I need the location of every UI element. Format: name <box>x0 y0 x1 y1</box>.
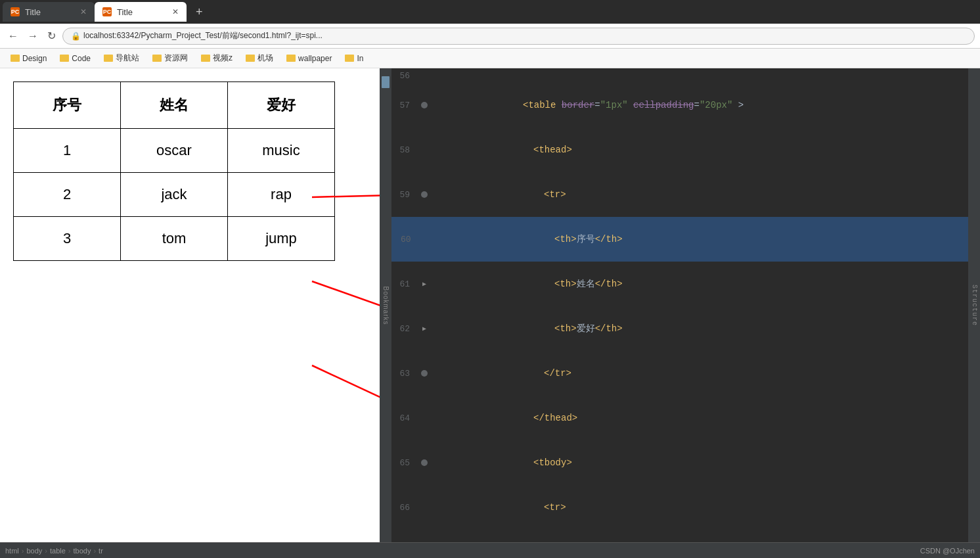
folder-icon <box>201 55 210 62</box>
demo-table: 序号 姓名 爱好 1 oscar music 2 jack rap 3 <box>13 81 335 261</box>
bookmark-video[interactable]: 视频z <box>196 51 238 65</box>
gutter <box>418 370 431 377</box>
code-line-57: 57 <table border="1px" cellpadding="20px… <box>391 83 980 128</box>
line-content: </tr> <box>431 352 980 395</box>
path-sep-1: › <box>22 547 24 555</box>
sidebar-strip: Bookmarks <box>380 68 391 542</box>
cell-1-hobby: music <box>228 129 335 173</box>
main-area: 序号 姓名 爱好 1 oscar music 2 jack rap 3 <box>0 68 980 542</box>
line-content: <td>1</td> <box>431 530 980 542</box>
line-number: 59 <box>391 190 418 200</box>
code-line-66: 66 <tr> <box>391 485 980 530</box>
address-bar[interactable]: 🔒 localhost:63342/Pycharm_Project_Test/前… <box>62 28 975 45</box>
tab-2[interactable]: PC Title ✕ <box>95 2 187 22</box>
folder-icon <box>152 55 162 62</box>
structure-label: Structure <box>971 285 978 326</box>
forward-button[interactable]: → <box>25 29 41 43</box>
new-tab-button[interactable]: + <box>192 5 207 19</box>
status-path: html › body › table › tbody › tr <box>5 547 103 555</box>
line-number: 65 <box>391 458 418 468</box>
cell-2-hobby: rap <box>228 173 335 217</box>
bookmark-res[interactable]: 资源网 <box>147 51 193 65</box>
bookmark-label: In <box>357 54 363 63</box>
cell-2-name: jack <box>121 173 228 217</box>
bookmark-airport[interactable]: 机场 <box>240 51 278 65</box>
status-right: CSDN @OJchen <box>920 547 975 555</box>
header-cell-name: 姓名 <box>121 82 228 129</box>
table-row: 1 oscar music <box>14 129 335 173</box>
bookmark-label: Code <box>72 54 91 63</box>
tab-icon-1: PC <box>11 7 20 16</box>
lock-icon: 🔒 <box>71 32 81 41</box>
header-cell-hobby: 爱好 <box>228 82 335 129</box>
code-line-65: 65 <tbody> <box>391 440 980 485</box>
reload-button[interactable]: ↻ <box>45 28 58 43</box>
address-bar-row: ← → ↻ 🔒 localhost:63342/Pycharm_Project_… <box>0 24 980 49</box>
cell-2-num: 2 <box>14 173 121 217</box>
table-body: 1 oscar music 2 jack rap 3 tom jump <box>14 129 335 261</box>
cell-1-num: 1 <box>14 129 121 173</box>
code-lines: 56 57 <table border="1px" cellpadding="2… <box>391 68 980 542</box>
code-line-64: 64 </thead> <box>391 396 980 440</box>
gutter-dot <box>421 102 428 108</box>
tab-1[interactable]: PC Title ✕ <box>3 2 95 22</box>
gutter-dot <box>421 459 428 466</box>
table-head: 序号 姓名 爱好 <box>14 82 335 129</box>
gutter: ▶ <box>418 325 431 333</box>
path-tr: tr <box>99 547 103 555</box>
path-body: body <box>26 547 42 555</box>
line-number: 56 <box>391 71 418 81</box>
path-sep-2: › <box>45 547 47 555</box>
line-content: <tr> <box>431 173 980 216</box>
code-line-67: 67 <td>1</td> <box>391 530 980 542</box>
line-content: <th>爱好</th> <box>431 307 980 350</box>
cell-3-num: 3 <box>14 217 121 261</box>
back-button[interactable]: ← <box>5 29 21 43</box>
line-number: 63 <box>391 369 418 379</box>
bookmark-code[interactable]: Code <box>55 53 96 64</box>
path-sep-4: › <box>93 547 96 555</box>
line-content: <tr> <box>431 486 980 529</box>
code-line-62: 62 ▶ <th>爱好</th> <box>391 306 980 351</box>
header-cell-num: 序号 <box>14 82 121 129</box>
cell-3-hobby: jump <box>228 217 335 261</box>
gutter <box>418 191 431 198</box>
bookmarks-label: Bookmarks <box>382 286 390 325</box>
line-content: <th>姓名</th> <box>431 262 980 306</box>
code-editor[interactable]: 56 57 <table border="1px" cellpadding="2… <box>391 68 980 542</box>
line-content: <tbody> <box>431 441 980 484</box>
status-bar: html › body › table › tbody › tr CSDN @O… <box>0 542 980 558</box>
line-number: 64 <box>391 413 418 423</box>
url-text: localhost:63342/Pycharm_Project_Test/前端/… <box>83 30 323 41</box>
cell-3-name: tom <box>121 217 228 261</box>
bookmark-label: 资源网 <box>164 53 188 64</box>
bookmark-wallpaper[interactable]: wallpaper <box>281 53 337 64</box>
bookmark-design[interactable]: Design <box>5 53 52 64</box>
path-tbody: tbody <box>74 547 91 555</box>
tab-close-2[interactable]: ✕ <box>172 7 179 16</box>
bookmark-label: wallpaper <box>298 54 332 63</box>
bookmark-label: 导航站 <box>116 53 139 64</box>
folder-icon <box>345 55 354 62</box>
line-content: </thead> <box>431 396 980 440</box>
line-number: 61 <box>391 279 418 289</box>
table-row: 2 jack rap <box>14 173 335 217</box>
bookmark-in[interactable]: In <box>340 53 368 64</box>
bookmarks-bar: Design Code 导航站 资源网 视频z 机场 wallpaper In <box>0 49 980 68</box>
line-content: <table border="1px" cellpadding="20px" > <box>431 83 980 127</box>
bookmark-label: 机场 <box>257 53 273 64</box>
folder-icon <box>246 55 255 62</box>
bookmark-label: Design <box>22 54 47 63</box>
bookmark-nav[interactable]: 导航站 <box>99 51 145 65</box>
path-sep-3: › <box>68 547 71 555</box>
tab-bar: PC Title ✕ PC Title ✕ + <box>0 0 980 24</box>
table-row: 3 tom jump <box>14 217 335 261</box>
tab-label-1: Title <box>25 7 41 17</box>
gutter: ▶ <box>418 280 431 288</box>
folder-icon <box>11 55 20 62</box>
line-content: <th>序号</th> <box>431 218 980 261</box>
code-line-60: 60 <th>序号</th> <box>391 217 980 262</box>
code-line-56: 56 <box>391 68 980 83</box>
tab-close-1[interactable]: ✕ <box>80 7 87 16</box>
path-html: html <box>5 547 19 555</box>
